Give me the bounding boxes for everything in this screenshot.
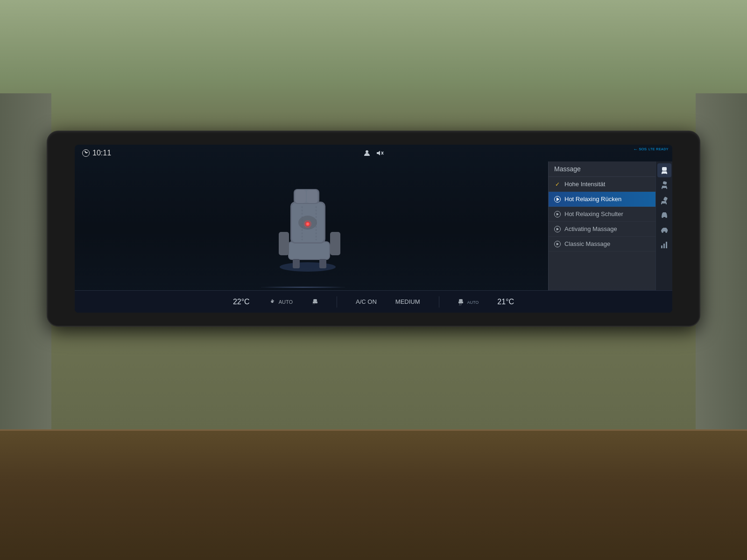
mute-icon (376, 149, 384, 157)
massage-item-hohe-intensitat[interactable]: ✓ Hohe Intensität (549, 177, 655, 192)
seat-front-icon (660, 166, 669, 175)
side-icons-panel (655, 161, 672, 290)
play-icon-selected (554, 196, 561, 203)
ac-label: A/C ON (356, 298, 377, 305)
svg-rect-15 (279, 232, 289, 255)
lte-label: LTE READY (648, 147, 669, 151)
car-top-icon (660, 211, 669, 219)
play-icon (554, 211, 561, 217)
side-icon-seat-recline[interactable] (657, 193, 671, 207)
sos-badge: ← SOS (633, 147, 647, 152)
climate-ac-status: A/C ON (356, 298, 377, 305)
climate-bar: 22°C AUTO (75, 290, 672, 313)
massage-panel-header: Massage (549, 161, 655, 177)
climate-divider-left (337, 296, 337, 308)
seat-area (75, 161, 548, 290)
car-side-icon (660, 226, 669, 234)
right-temperature: 21°C (497, 298, 514, 306)
svg-point-36 (662, 231, 663, 233)
svg-rect-38 (661, 245, 662, 248)
sos-label: SOS (639, 147, 647, 151)
dashboard-top (0, 0, 747, 135)
svg-rect-32 (661, 203, 662, 204)
svg-point-35 (665, 216, 667, 218)
wood-trim (0, 429, 747, 560)
left-temperature: 22°C (233, 298, 250, 306)
climate-seat-heat-left (311, 298, 318, 306)
side-icon-seat-tilt[interactable] (657, 178, 671, 192)
clock-display: 10:11 (82, 149, 111, 157)
seat-recline-icon (660, 196, 669, 204)
massage-item-activating-massage[interactable]: Activating Massage (549, 222, 655, 237)
svg-rect-27 (662, 186, 667, 188)
svg-rect-24 (662, 172, 662, 174)
side-icon-car-top[interactable] (657, 208, 671, 222)
svg-rect-16 (330, 232, 340, 255)
svg-rect-40 (666, 242, 667, 248)
check-icon: ✓ (554, 181, 561, 188)
svg-rect-26 (662, 181, 667, 185)
seat-heat-right-icon (458, 298, 465, 306)
svg-rect-39 (663, 244, 665, 248)
climate-fan: AUTO (268, 298, 293, 306)
status-bar: 10:11 ← (75, 145, 672, 161)
sos-arrow-icon: ← (633, 147, 638, 152)
display-frame: 10:11 ← (47, 131, 700, 327)
massage-item-hot-relaxing-schulter[interactable]: Hot Relaxing Schulter (549, 207, 655, 222)
side-icon-seat[interactable] (657, 163, 671, 177)
svg-rect-25 (666, 172, 667, 174)
svg-rect-30 (663, 196, 668, 201)
dashboard-left (0, 93, 51, 467)
play-icon (554, 241, 561, 247)
seat-heat-left-icon (311, 298, 318, 306)
svg-point-3 (280, 262, 336, 272)
fan-icon (268, 298, 276, 306)
massage-item-label: Hohe Intensität (564, 181, 605, 188)
climate-left-temp: 22°C (233, 298, 250, 306)
svg-point-20 (306, 223, 309, 225)
svg-rect-43 (313, 301, 317, 303)
person-icon (363, 149, 371, 157)
seat-tilt-icon (660, 181, 669, 189)
fan-label: AUTO (279, 299, 293, 305)
right-auto-wrapper: AUTO (467, 298, 479, 305)
fan-auto-wrapper: AUTO (279, 298, 293, 305)
massage-item-classic-massage[interactable]: Classic Massage (549, 237, 655, 252)
status-icons (363, 145, 384, 161)
massage-item-label: Classic Massage (564, 240, 610, 247)
play-icon (554, 226, 561, 232)
seat-visualization (274, 176, 349, 276)
dashboard: 10:11 ← (0, 0, 747, 560)
svg-point-34 (662, 216, 663, 218)
svg-rect-31 (662, 201, 666, 203)
floor-reflection (261, 287, 345, 288)
side-icon-car-side[interactable] (657, 223, 671, 237)
massage-item-hot-relaxing-rucken[interactable]: Hot Relaxing Rücken (549, 192, 655, 207)
svg-point-37 (665, 231, 667, 233)
svg-rect-28 (662, 187, 662, 189)
svg-rect-45 (458, 301, 463, 303)
side-icon-chart[interactable] (657, 238, 671, 252)
svg-rect-5 (289, 242, 329, 259)
dashboard-right (696, 93, 747, 467)
svg-rect-22 (662, 167, 667, 171)
svg-rect-11 (307, 190, 317, 203)
climate-ac-mode: MEDIUM (395, 298, 420, 305)
svg-point-0 (366, 150, 368, 153)
climate-right-temp: 21°C (497, 298, 514, 306)
seat-svg (274, 176, 349, 274)
right-auto-label: AUTO (467, 300, 479, 305)
screen: 10:11 ← (75, 145, 672, 313)
ac-mode: MEDIUM (395, 298, 420, 305)
massage-item-label: Activating Massage (564, 225, 617, 232)
svg-rect-18 (319, 259, 326, 268)
svg-rect-17 (293, 259, 300, 268)
massage-item-label: Hot Relaxing Schulter (564, 210, 623, 217)
svg-rect-10 (295, 190, 306, 203)
main-content: Massage ✓ Hohe Intensität (75, 161, 672, 290)
svg-rect-29 (666, 187, 667, 189)
clock-time: 10:11 (92, 149, 111, 157)
climate-seat-heat-right: AUTO (458, 298, 479, 306)
top-right-status: ← SOS LTE READY (633, 147, 669, 152)
chart-icon (660, 241, 669, 249)
